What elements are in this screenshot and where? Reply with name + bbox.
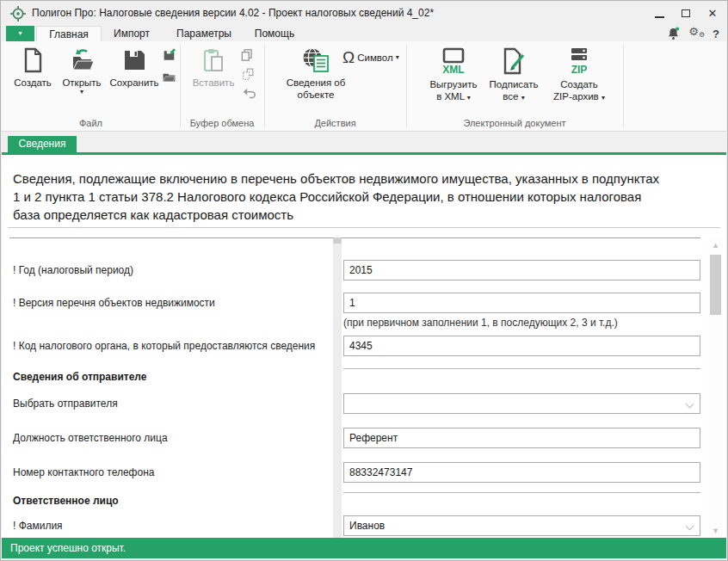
titlebar: Полигон Про: Налоговые сведения версии 4… bbox=[1, 1, 727, 26]
status-message: Проект успешно открыт. bbox=[10, 542, 126, 554]
chevron-down-icon: ▾ bbox=[396, 54, 399, 61]
tax-code-label: ! Код налогового органа, в который предо… bbox=[13, 336, 327, 356]
group-separator bbox=[406, 45, 407, 127]
create-zip-button[interactable]: ZIP Создать ZIP-архив ▾ bbox=[545, 46, 614, 102]
open-folder-icon bbox=[68, 46, 96, 74]
chevron-down-icon: ▾ bbox=[18, 29, 22, 37]
undo-button[interactable] bbox=[242, 86, 257, 105]
year-label: ! Год (налоговый период) bbox=[13, 260, 327, 280]
column-splitter[interactable] bbox=[333, 238, 342, 538]
open-recent-button[interactable] bbox=[162, 70, 176, 88]
form-region: ! Год (налоговый период) ! Версия перечн… bbox=[2, 237, 726, 538]
svg-text:ZIP: ZIP bbox=[571, 64, 588, 76]
minimize-button[interactable] bbox=[653, 8, 665, 20]
save-floppy-icon bbox=[120, 46, 148, 74]
export-xml-button[interactable]: XML Выгрузить в XML ▾ bbox=[419, 46, 488, 102]
notifications-bell-icon[interactable] bbox=[666, 27, 681, 40]
phone-label: Номер контактного телефона bbox=[13, 462, 327, 483]
tab-glavnaya[interactable]: Главная bbox=[36, 26, 102, 41]
form-description: Сведения, подлежащие включению в перечен… bbox=[13, 170, 719, 224]
phone-input[interactable] bbox=[343, 462, 700, 483]
group-separator bbox=[264, 45, 265, 127]
globe-list-icon bbox=[301, 46, 330, 74]
divider bbox=[343, 368, 700, 369]
sign-document-icon bbox=[499, 46, 528, 76]
file-menu-button[interactable]: ▾ bbox=[6, 26, 34, 41]
divider bbox=[9, 237, 700, 238]
tab-svedeniya[interactable]: Сведения bbox=[8, 136, 77, 152]
ribbon: Создать Открыть ▾ Сохранить bbox=[2, 41, 726, 132]
position-input[interactable] bbox=[343, 428, 700, 448]
new-document-icon bbox=[19, 46, 46, 74]
group-label-clipboard: Буфер обмена bbox=[180, 118, 264, 128]
close-icon: ✕ bbox=[708, 8, 718, 20]
paste-special-button[interactable] bbox=[241, 67, 256, 85]
maximize-button[interactable] bbox=[680, 8, 692, 20]
group-separator bbox=[623, 45, 624, 127]
save-as-button[interactable] bbox=[162, 48, 176, 66]
vertical-scrollbar[interactable]: ▲ ▼ bbox=[708, 239, 723, 537]
paste-special-icon bbox=[241, 67, 256, 82]
ribbon-tab-row: ▾ Главная Импорт Параметры Помощь ⚙⚙ ? bbox=[2, 26, 726, 41]
save-as-icon bbox=[162, 48, 176, 63]
version-input[interactable] bbox=[343, 293, 700, 313]
undo-arrow-icon bbox=[242, 86, 257, 102]
sign-all-button[interactable]: Подписать все ▾ bbox=[481, 46, 546, 102]
group-separator bbox=[180, 45, 181, 127]
minimize-icon bbox=[655, 16, 664, 18]
close-button[interactable]: ✕ bbox=[706, 8, 719, 20]
position-label: Должность ответственного лица bbox=[13, 428, 327, 448]
section-sender: Сведения об отправителе bbox=[13, 371, 327, 383]
chevron-down-icon: ▾ bbox=[521, 94, 525, 102]
copy-icon bbox=[239, 47, 255, 63]
settings-gear-icon[interactable]: ⚙⚙ bbox=[688, 26, 705, 41]
version-hint: (при первичном заполнении 1, в последующ… bbox=[343, 317, 618, 329]
group-label-edocument: Электронный документ bbox=[406, 118, 623, 128]
window-title: Полигон Про: Налоговые сведения версии 4… bbox=[32, 1, 434, 26]
chevron-down-icon: ▾ bbox=[80, 89, 83, 96]
divider bbox=[343, 492, 700, 493]
help-icon[interactable]: ? bbox=[713, 28, 719, 40]
app-window: Полигон Про: Налоговые сведения версии 4… bbox=[0, 0, 728, 561]
scrollbar-thumb[interactable] bbox=[710, 255, 721, 315]
choose-sender-label: Выбрать отправителя bbox=[13, 393, 327, 414]
folder-icon bbox=[162, 70, 176, 84]
copy-button[interactable] bbox=[239, 47, 255, 66]
tax-code-input[interactable] bbox=[343, 336, 700, 356]
paste-clipboard-icon bbox=[200, 46, 227, 74]
version-label: ! Версия перечня объектов недвижимости bbox=[13, 293, 327, 313]
open-button[interactable]: Открыть ▾ bbox=[57, 46, 107, 96]
app-logo-icon bbox=[9, 5, 27, 22]
choose-sender-select[interactable] bbox=[343, 393, 700, 414]
year-input[interactable] bbox=[343, 260, 700, 280]
divider bbox=[8, 227, 720, 228]
status-bar: Проект успешно открыт. bbox=[2, 538, 726, 558]
scroll-down-button[interactable]: ▼ bbox=[708, 525, 723, 537]
surname-select[interactable]: Иванов bbox=[343, 515, 700, 536]
chevron-down-icon: ▾ bbox=[602, 94, 605, 102]
surname-label: ! Фамилия bbox=[13, 515, 327, 536]
tab-pomoshch[interactable]: Помощь bbox=[248, 26, 301, 41]
tab-parametry[interactable]: Параметры bbox=[170, 26, 238, 41]
symbol-button[interactable]: Ω Символ ▾ bbox=[342, 49, 399, 65]
zip-archive-icon: ZIP bbox=[565, 46, 594, 76]
save-button[interactable]: Сохранить bbox=[107, 46, 162, 89]
splitter-handle[interactable] bbox=[333, 237, 342, 244]
create-button[interactable]: Создать bbox=[9, 46, 57, 89]
section-person: Ответственное лицо bbox=[13, 495, 327, 507]
chevron-down-icon bbox=[686, 400, 694, 409]
maximize-icon bbox=[682, 9, 690, 17]
scroll-up-button[interactable]: ▲ bbox=[708, 239, 723, 251]
tab-import[interactable]: Импорт bbox=[107, 26, 157, 41]
group-label-file: Файл bbox=[2, 118, 180, 128]
group-label-actions: Действия bbox=[264, 118, 406, 128]
omega-icon: Ω bbox=[342, 49, 355, 65]
chevron-down-icon: ▾ bbox=[467, 94, 471, 102]
xml-icon: XML bbox=[439, 46, 468, 76]
paste-button[interactable]: Вставить bbox=[185, 46, 242, 89]
svg-text:XML: XML bbox=[442, 64, 464, 76]
